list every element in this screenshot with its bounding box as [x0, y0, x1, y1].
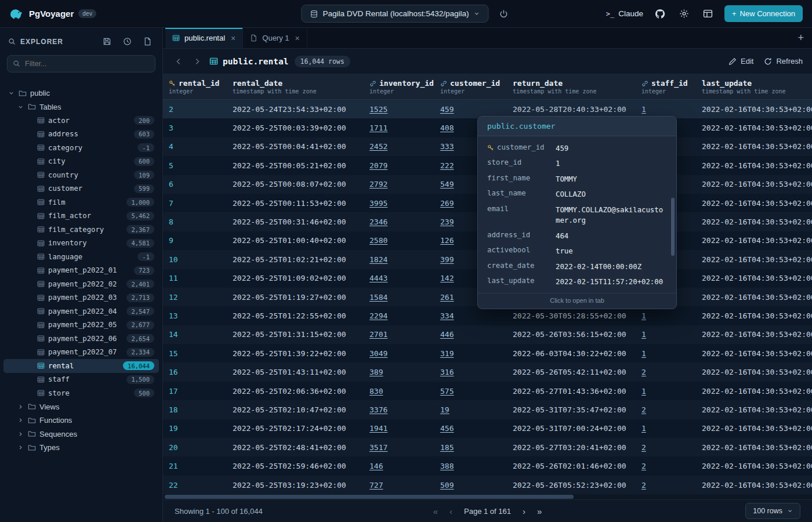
fk-link[interactable]: 2079 [369, 161, 387, 170]
settings-gear-icon[interactable] [677, 6, 691, 21]
fk-link[interactable]: 2294 [369, 311, 387, 320]
fk-link[interactable]: 1 [641, 424, 646, 433]
cell-inventory_id[interactable]: 146 [364, 462, 434, 470]
fk-link[interactable]: 222 [440, 161, 454, 170]
fk-link[interactable]: 261 [440, 293, 454, 302]
table-row[interactable]: 162022-05-25T01:43:11+02:003893162022-05… [163, 362, 812, 381]
cell-staff_id[interactable]: 2 [636, 462, 696, 470]
refresh-button[interactable]: Refresh [764, 57, 803, 66]
cell-inventory_id[interactable]: 1584 [364, 293, 434, 302]
horizontal-scrollbar[interactable] [163, 494, 812, 499]
fk-link[interactable]: 1 [641, 105, 646, 114]
cell-inventory_id[interactable]: 3376 [364, 405, 434, 414]
first-page-button[interactable]: « [433, 506, 438, 516]
sidebar-table-payment_p2022_03[interactable]: payment_p2022_032,713 [3, 291, 159, 305]
fk-link[interactable]: 3995 [369, 199, 387, 208]
fk-link[interactable]: 4443 [369, 274, 387, 282]
fk-link[interactable]: 3049 [369, 349, 387, 358]
fk-link[interactable]: 388 [440, 462, 454, 470]
fk-link[interactable]: 142 [440, 274, 454, 282]
cell-inventory_id[interactable]: 1525 [364, 105, 434, 114]
tree-node-tables[interactable]: Tables [3, 100, 159, 114]
cell-inventory_id[interactable]: 2079 [364, 161, 434, 170]
fk-link[interactable]: 1711 [369, 124, 387, 132]
cell-customer_id[interactable]: 388 [434, 462, 507, 470]
cell-customer_id[interactable]: 316 [434, 368, 507, 376]
table-row[interactable]: 182022-05-25T02:10:47+02:003376192022-05… [163, 400, 812, 419]
cell-customer_id[interactable]: 509 [434, 481, 507, 490]
fk-link[interactable]: 146 [369, 462, 383, 470]
fk-link[interactable]: 2580 [369, 236, 387, 245]
sidebar-table-payment_p2022_06[interactable]: payment_p2022_062,654 [3, 332, 159, 346]
tree-node-views[interactable]: Views [3, 400, 159, 414]
fk-link[interactable]: 19 [440, 405, 449, 414]
cell-inventory_id[interactable]: 4443 [364, 274, 434, 282]
page-size-select[interactable]: 100 rows [745, 503, 800, 519]
cell-customer_id[interactable]: 334 [434, 311, 507, 320]
tree-node-sequences[interactable]: Sequences [3, 427, 159, 441]
fk-link[interactable]: 1824 [369, 255, 387, 264]
cell-inventory_id[interactable]: 1711 [364, 124, 434, 132]
fk-link[interactable]: 1 [641, 311, 646, 320]
cell-staff_id[interactable]: 1 [636, 349, 696, 358]
sidebar-table-city[interactable]: city600 [3, 155, 159, 169]
tab-public-rental[interactable]: public.rental× [165, 28, 243, 48]
cell-staff_id[interactable]: 2 [636, 443, 696, 452]
sidebar-table-category[interactable]: category-1 [3, 141, 159, 155]
edit-button[interactable]: Edit [728, 57, 753, 66]
sidebar-table-payment_p2022_02[interactable]: payment_p2022_022,401 [3, 277, 159, 291]
cell-inventory_id[interactable]: 1824 [364, 255, 434, 264]
fk-link[interactable]: 2 [641, 462, 646, 470]
cell-inventory_id[interactable]: 727 [364, 481, 434, 490]
file-script-icon[interactable] [141, 35, 154, 48]
fk-link[interactable]: 2 [641, 481, 646, 490]
cell-customer_id[interactable]: 575 [434, 387, 507, 396]
claude-assistant-button[interactable]: >_ Claude [606, 9, 643, 18]
cell-inventory_id[interactable]: 3995 [364, 199, 434, 208]
fk-link[interactable]: 1 [641, 349, 646, 358]
cell-inventory_id[interactable]: 3049 [364, 349, 434, 358]
cell-staff_id[interactable]: 1 [636, 387, 696, 396]
cell-staff_id[interactable]: 1 [636, 424, 696, 433]
cell-staff_id[interactable]: 2 [636, 405, 696, 414]
fk-link[interactable]: 319 [440, 349, 454, 358]
cell-inventory_id[interactable]: 3517 [364, 443, 434, 452]
fk-link[interactable]: 1584 [369, 293, 387, 302]
history-icon[interactable] [121, 35, 134, 48]
close-icon[interactable]: × [231, 34, 235, 43]
save-icon[interactable] [100, 35, 114, 48]
fk-link[interactable]: 1525 [369, 105, 387, 114]
back-arrow-icon[interactable] [172, 56, 185, 67]
column-header-rental_date[interactable]: rental_datetimestamp with time zone [227, 74, 364, 99]
fk-link[interactable]: 269 [440, 199, 454, 208]
close-icon[interactable]: × [295, 34, 300, 43]
cell-inventory_id[interactable]: 389 [364, 368, 434, 376]
table-row[interactable]: 192022-05-25T02:17:24+02:0019414562022-0… [163, 419, 812, 438]
fk-link[interactable]: 2 [641, 405, 646, 414]
fk-link[interactable]: 399 [440, 255, 454, 264]
cell-customer_id[interactable]: 456 [434, 424, 507, 433]
new-tab-button[interactable]: + [798, 32, 804, 44]
cell-inventory_id[interactable]: 2346 [364, 217, 434, 226]
sidebar-table-payment_p2022_05[interactable]: payment_p2022_052,677 [3, 318, 159, 332]
cell-staff_id[interactable]: 1 [636, 105, 696, 114]
table-row[interactable]: 142022-05-25T01:31:15+02:0027014462022-0… [163, 325, 812, 344]
cell-inventory_id[interactable]: 2294 [364, 311, 434, 320]
sidebar-table-staff[interactable]: staff1,500 [3, 373, 159, 387]
column-header-last_update[interactable]: last_updatetimestamp with time zone [696, 74, 812, 99]
table-row[interactable]: 212022-05-25T02:59:46+02:001463882022-05… [163, 456, 812, 475]
table-row[interactable]: 202022-05-25T02:48:41+02:0035171852022-0… [163, 438, 812, 456]
fk-link[interactable]: 2346 [369, 217, 387, 226]
prev-page-button[interactable]: ‹ [449, 506, 452, 516]
cell-inventory_id[interactable]: 2452 [364, 142, 434, 151]
table-row[interactable]: 132022-05-25T01:22:55+02:0022943342022-0… [163, 306, 812, 325]
sidebar-table-payment_p2022_01[interactable]: payment_p2022_01723 [3, 264, 159, 278]
disconnect-power-button[interactable] [497, 7, 511, 21]
new-connection-button[interactable]: + New Connection [724, 5, 803, 22]
fk-link[interactable]: 446 [440, 330, 454, 339]
cell-customer_id[interactable]: 446 [434, 330, 507, 339]
fk-link[interactable]: 2792 [369, 180, 387, 188]
sidebar-table-film_category[interactable]: film_category2,367 [3, 223, 159, 237]
cell-customer_id[interactable]: 19 [434, 405, 507, 414]
sidebar-table-payment_p2022_04[interactable]: payment_p2022_042,547 [3, 304, 159, 318]
